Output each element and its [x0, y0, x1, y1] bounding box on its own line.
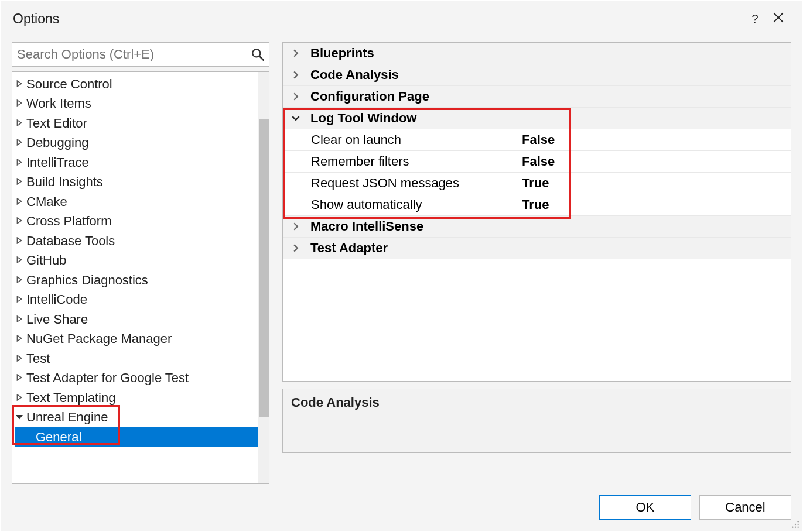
tree-item-github[interactable]: GitHub — [15, 251, 269, 271]
tree-item-intellitrace[interactable]: IntelliTrace — [15, 153, 269, 173]
tree-item-build-insights[interactable]: Build Insights — [15, 173, 269, 193]
propgrid-category-code-analysis[interactable]: Code Analysis — [283, 64, 791, 86]
tree-item-label: Source Control — [26, 77, 112, 92]
dialog-footer: OK Cancel — [1, 484, 802, 531]
tree-item-label: Text Editor — [26, 116, 87, 131]
tree-item-work-items[interactable]: Work Items — [15, 94, 269, 114]
propgrid-property[interactable]: Remember filtersFalse — [283, 151, 791, 173]
propgrid-category-configuration-page[interactable]: Configuration Page — [283, 86, 791, 108]
chevron-right-icon[interactable] — [292, 222, 302, 231]
category-label: Configuration Page — [310, 89, 429, 104]
search-input[interactable] — [17, 47, 251, 62]
tree-item-label: CMake — [26, 194, 67, 210]
property-value[interactable]: False — [522, 132, 555, 147]
help-button[interactable]: ? — [743, 12, 767, 26]
category-tree: Source ControlWork ItemsText EditorDebug… — [12, 71, 269, 484]
property-value[interactable]: True — [522, 197, 549, 212]
close-icon — [773, 12, 784, 23]
chevron-right-icon[interactable] — [292, 244, 302, 252]
propgrid-category-macro-intellisense[interactable]: Macro IntelliSense — [283, 216, 791, 238]
caret-right-icon[interactable] — [16, 159, 24, 167]
category-label: Code Analysis — [310, 67, 399, 83]
caret-right-icon[interactable] — [16, 99, 24, 108]
propgrid-property[interactable]: Clear on launchFalse — [283, 129, 791, 151]
caret-right-icon[interactable] — [16, 355, 24, 363]
property-value[interactable]: True — [522, 176, 549, 191]
svg-point-1 — [798, 521, 799, 522]
caret-right-icon[interactable] — [16, 198, 24, 206]
chevron-right-icon[interactable] — [292, 92, 302, 101]
tree-item-text-templating[interactable]: Text Templating — [15, 388, 269, 408]
close-button[interactable] — [767, 12, 790, 26]
tree-item-unreal-engine[interactable]: Unreal Engine — [15, 408, 269, 428]
tree-item-intellicode[interactable]: IntelliCode — [15, 290, 269, 310]
tree-item-label: NuGet Package Manager — [26, 331, 172, 346]
tree-item-label: Build Insights — [26, 174, 103, 190]
caret-right-icon[interactable] — [16, 335, 24, 343]
tree-item-test[interactable]: Test — [15, 349, 269, 369]
propgrid-category-blueprints[interactable]: Blueprints — [283, 43, 791, 64]
svg-point-4 — [792, 527, 793, 528]
svg-point-3 — [798, 524, 799, 525]
svg-point-6 — [798, 527, 799, 528]
tree-list[interactable]: Source ControlWork ItemsText EditorDebug… — [12, 72, 269, 483]
search-icon — [251, 48, 264, 61]
tree-item-source-control[interactable]: Source Control — [15, 74, 269, 94]
propgrid-category-test-adapter[interactable]: Test Adapter — [283, 238, 791, 259]
caret-right-icon[interactable] — [16, 178, 24, 186]
tree-item-live-share[interactable]: Live Share — [15, 310, 269, 330]
cancel-button[interactable]: Cancel — [699, 495, 791, 520]
tree-item-debugging[interactable]: Debugging — [15, 133, 269, 153]
resize-grip-icon[interactable] — [791, 520, 799, 528]
caret-right-icon[interactable] — [16, 217, 24, 225]
caret-right-icon[interactable] — [16, 237, 24, 245]
caret-right-icon[interactable] — [16, 80, 24, 88]
chevron-right-icon[interactable] — [292, 71, 302, 79]
search-box[interactable] — [12, 42, 269, 67]
caret-down-icon[interactable] — [16, 413, 24, 421]
tree-item-database-tools[interactable]: Database Tools — [15, 231, 269, 251]
tree-item-cmake[interactable]: CMake — [15, 192, 269, 212]
tree-item-label: General — [36, 430, 81, 445]
property-label: Show automatically — [311, 197, 522, 212]
description-panel: Code Analysis — [282, 389, 791, 453]
tree-item-graphics-diagnostics[interactable]: Graphics Diagnostics — [15, 270, 269, 290]
property-label: Request JSON messages — [311, 176, 522, 191]
property-value[interactable]: False — [522, 154, 555, 169]
caret-right-icon[interactable] — [16, 256, 24, 265]
scrollbar-thumb[interactable] — [259, 119, 269, 417]
caret-right-icon[interactable] — [16, 315, 24, 324]
chevron-down-icon[interactable] — [292, 114, 302, 122]
tree-item-nuget-package-manager[interactable]: NuGet Package Manager — [15, 330, 269, 349]
tree-item-label: Debugging — [26, 135, 88, 150]
caret-right-icon[interactable] — [16, 394, 24, 402]
property-grid[interactable]: BlueprintsCode AnalysisConfiguration Pag… — [282, 42, 791, 382]
options-dialog: Options ? Source ControlWork ItemsText E… — [1, 1, 802, 531]
caret-right-icon[interactable] — [16, 139, 24, 147]
caret-right-icon[interactable] — [16, 296, 24, 304]
caret-right-icon[interactable] — [16, 276, 24, 284]
svg-point-5 — [795, 527, 796, 528]
caret-right-icon[interactable] — [16, 119, 24, 128]
category-label: Macro IntelliSense — [310, 219, 423, 234]
titlebar: Options ? — [1, 1, 802, 36]
ok-button[interactable]: OK — [599, 495, 691, 520]
chevron-right-icon[interactable] — [292, 49, 302, 57]
tree-item-label: IntelliCode — [26, 292, 87, 307]
scrollbar-track[interactable] — [258, 72, 269, 483]
tree-item-label: Work Items — [26, 96, 91, 111]
tree-item-test-adapter-for-google-test[interactable]: Test Adapter for Google Test — [15, 369, 269, 389]
tree-item-cross-platform[interactable]: Cross Platform — [15, 212, 269, 232]
category-label: Log Tool Window — [310, 111, 416, 126]
tree-item-label: Test — [26, 351, 50, 366]
tree-item-label: Graphics Diagnostics — [26, 273, 148, 288]
property-label: Clear on launch — [311, 132, 522, 147]
tree-item-label: Database Tools — [26, 234, 115, 249]
propgrid-property[interactable]: Show automaticallyTrue — [283, 194, 791, 216]
caret-right-icon[interactable] — [16, 374, 24, 382]
tree-item-label: IntelliTrace — [26, 155, 89, 170]
tree-item-text-editor[interactable]: Text Editor — [15, 114, 269, 133]
tree-item-general[interactable]: General — [15, 427, 269, 447]
propgrid-category-log-tool-window[interactable]: Log Tool Window — [283, 108, 791, 129]
propgrid-property[interactable]: Request JSON messagesTrue — [283, 173, 791, 194]
